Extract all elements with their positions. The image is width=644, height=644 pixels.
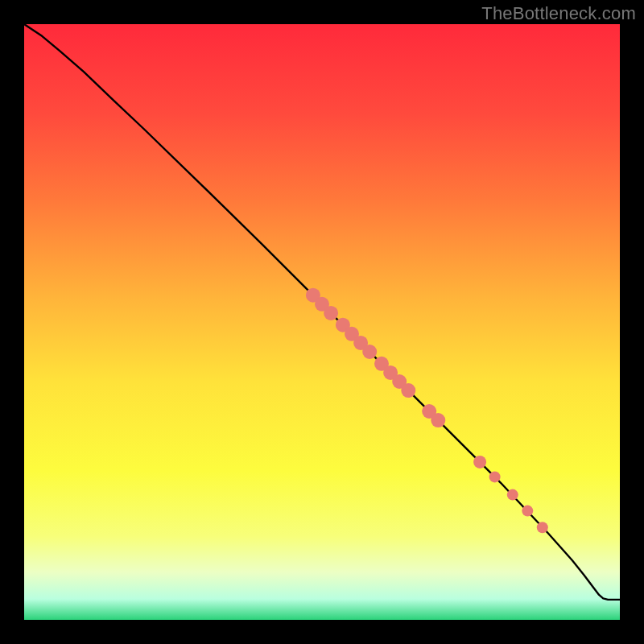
chart-stage: TheBottleneck.com	[0, 0, 644, 644]
data-point	[489, 471, 501, 482]
data-point	[473, 456, 486, 469]
plot-area	[24, 24, 620, 620]
chart-svg	[24, 24, 620, 620]
data-point	[507, 489, 518, 501]
data-point	[431, 413, 445, 427]
data-point	[537, 522, 548, 533]
data-point	[522, 506, 533, 517]
data-point	[401, 383, 415, 398]
data-point	[324, 306, 338, 320]
data-point	[362, 345, 377, 359]
watermark-text: TheBottleneck.com	[481, 3, 636, 24]
chart-background	[24, 24, 620, 620]
